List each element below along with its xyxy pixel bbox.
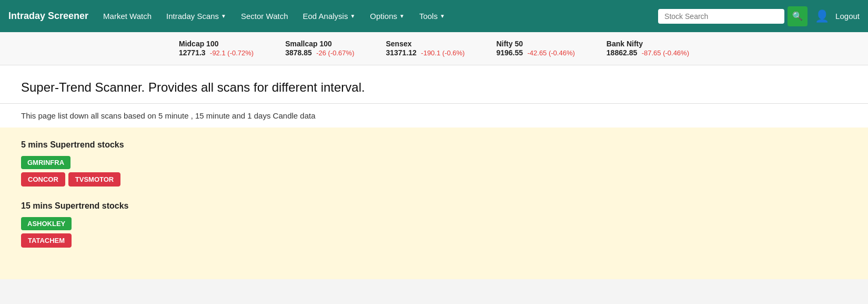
search-button[interactable]: 🔍 <box>788 6 808 26</box>
ticker-sensex: Sensex 31371.12 -190.1 (-0.6%) <box>386 40 465 57</box>
scan-group-15min: 15 mins Supertrend stocks ASHOKLEY TATAC… <box>21 201 847 248</box>
scan-group-5min: 5 mins Supertrend stocks GMRINFRA CONCOR… <box>21 140 847 187</box>
scan-group-title-5min: 5 mins Supertrend stocks <box>21 140 847 150</box>
main-content: Super-Trend Scanner. Provides all scans … <box>0 65 868 279</box>
nav-eod-analysis[interactable]: Eod Analysis ▼ <box>297 7 362 25</box>
ticker-nifty50: Nifty 50 9196.55 -42.65 (-0.46%) <box>496 40 574 57</box>
tag-tvsmotor[interactable]: TVSMOTOR <box>68 172 120 187</box>
ticker-banknifty: Bank Nifty 18862.85 -87.65 (-0.46%) <box>607 40 689 57</box>
scan-tags-5min-row2: CONCOR TVSMOTOR <box>21 172 847 187</box>
tag-tatachem[interactable]: TATACHEM <box>21 233 72 248</box>
brand-title: Intraday Screener <box>8 11 88 22</box>
search-wrap: 🔍 👤 Logout <box>658 6 860 26</box>
ticker-midcap100: Midcap 100 12771.3 -92.1 (-0.72%) <box>179 40 254 57</box>
nav-tools[interactable]: Tools ▼ <box>413 7 451 25</box>
logout-button[interactable]: Logout <box>835 12 860 21</box>
tag-gmrinfra[interactable]: GMRINFRA <box>21 156 70 169</box>
nav-sector-watch[interactable]: Sector Watch <box>235 7 294 25</box>
nav-market-watch[interactable]: Market Watch <box>97 7 158 25</box>
dropdown-arrow-icon: ▼ <box>399 13 405 19</box>
scan-tags-15min-row2: TATACHEM <box>21 233 847 248</box>
dropdown-arrow-icon: ▼ <box>440 13 445 19</box>
dropdown-arrow-icon: ▼ <box>350 13 355 19</box>
ticker-bar: Midcap 100 12771.3 -92.1 (-0.72%) Smallc… <box>0 32 868 65</box>
user-icon[interactable]: 👤 <box>815 9 829 23</box>
search-input[interactable] <box>658 9 784 24</box>
page-title: Super-Trend Scanner. Provides all scans … <box>0 65 868 103</box>
nav-intraday-scans[interactable]: Intraday Scans ▼ <box>160 7 233 25</box>
scan-group-title-15min: 15 mins Supertrend stocks <box>21 201 847 211</box>
dropdown-arrow-icon: ▼ <box>221 13 226 19</box>
nav-options[interactable]: Options ▼ <box>364 7 411 25</box>
ticker-smallcap100: Smallcap 100 3878.85 -26 (-0.67%) <box>285 40 354 57</box>
tag-ashokley[interactable]: ASHOKLEY <box>21 217 72 230</box>
navbar: Intraday Screener Market Watch Intraday … <box>0 0 868 32</box>
scan-tags-5min-row1: GMRINFRA <box>21 156 847 169</box>
search-icon: 🔍 <box>792 11 803 21</box>
scan-tags-15min-row1: ASHOKLEY <box>21 217 847 230</box>
scanner-section: 5 mins Supertrend stocks GMRINFRA CONCOR… <box>0 128 868 279</box>
tag-concor[interactable]: CONCOR <box>21 172 65 187</box>
page-subtitle: This page list down all scans based on 5… <box>0 103 868 128</box>
